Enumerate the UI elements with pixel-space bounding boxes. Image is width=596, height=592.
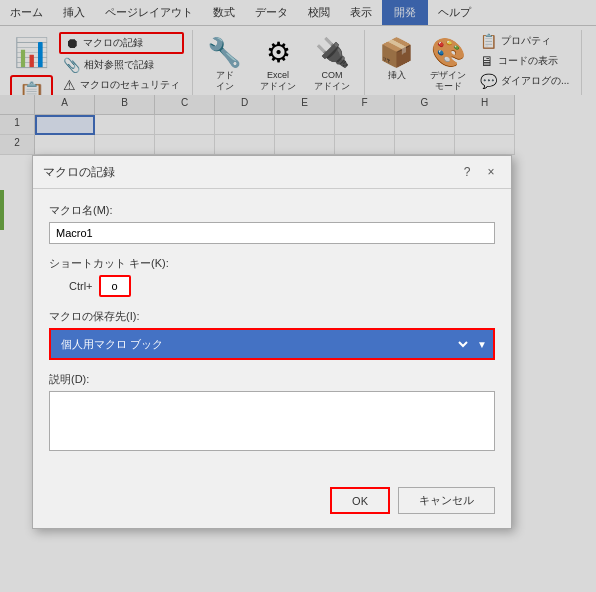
macro-name-label: マクロ名(M): [49,203,495,218]
cancel-button[interactable]: キャンセル [398,487,495,514]
ctrl-label: Ctrl+ [69,280,93,292]
ok-button[interactable]: OK [330,487,390,514]
macro-name-row: マクロ名(M): [49,203,495,244]
macro-name-input[interactable] [49,222,495,244]
shortcut-row: ショートカット キー(K): Ctrl+ [49,256,495,297]
dialog-titlebar: マクロの記録 ? × [33,156,511,189]
description-row: 説明(D): [49,372,495,453]
save-location-select-wrapper: 個人用マクロ ブック 新しいブック 作業中のブック ▼ [49,328,495,360]
shortcut-key-input[interactable] [99,275,131,297]
dialog-footer: OK キャンセル [33,479,511,528]
dialog-help-button[interactable]: ? [457,162,477,182]
dialog-controls: ? × [457,162,501,182]
save-location-label: マクロの保存先(I): [49,309,495,324]
record-macro-dialog: マクロの記録 ? × マクロ名(M): ショートカット キー(K): Ctrl+… [32,155,512,529]
save-location-select[interactable]: 個人用マクロ ブック 新しいブック 作業中のブック [51,330,471,358]
shortcut-key-label: ショートカット キー(K): [49,256,495,271]
dialog-close-button[interactable]: × [481,162,501,182]
save-location-row: マクロの保存先(I): 個人用マクロ ブック 新しいブック 作業中のブック ▼ [49,309,495,360]
dialog-title: マクロの記録 [43,164,115,181]
description-label: 説明(D): [49,372,495,387]
select-arrow: ▼ [471,330,493,358]
description-textarea[interactable] [49,391,495,451]
dialog-body: マクロ名(M): ショートカット キー(K): Ctrl+ マクロの保存先(I)… [33,189,511,479]
